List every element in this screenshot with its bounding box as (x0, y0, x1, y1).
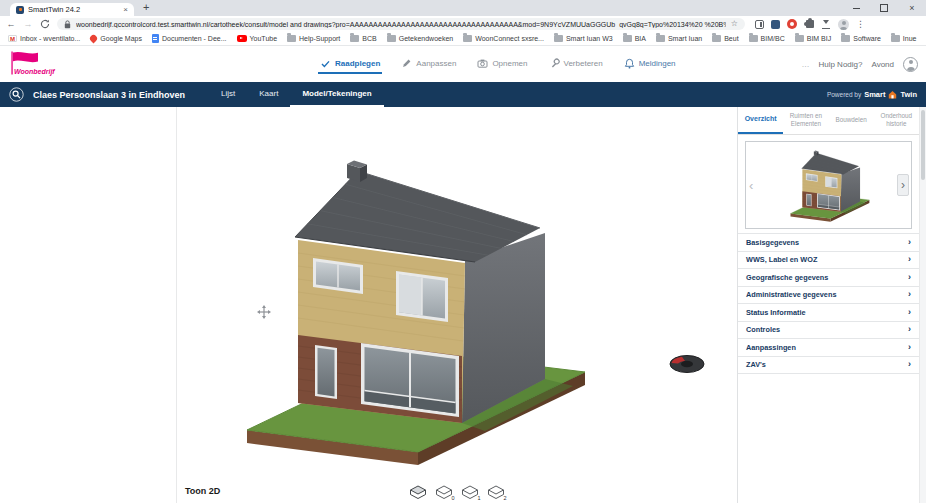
help-menu-icon: … (801, 60, 809, 69)
user-avatar[interactable] (903, 57, 918, 72)
carousel-prev-icon[interactable]: ‹ (749, 179, 753, 192)
action-label: Verbeteren (564, 59, 603, 68)
action-raadplegen[interactable]: Raadplegen (318, 54, 382, 74)
section-label: Controles (746, 325, 780, 334)
page-scrollbar[interactable] (919, 107, 926, 503)
floor-1-icon[interactable]: 1 (462, 485, 479, 500)
reload-icon[interactable] (40, 19, 50, 29)
floor-0-icon[interactable]: 0 (436, 485, 453, 500)
action-aanpassen[interactable]: Aanpassen (399, 54, 458, 74)
tab-onderhoud-historie[interactable]: Onderhoud historie (874, 107, 919, 134)
folder-icon (554, 35, 563, 42)
object-navbar: Claes Persoonslaan 3 in Eindhoven Lijst … (0, 82, 926, 107)
view-3d-icon[interactable] (410, 485, 427, 500)
tab-kaart[interactable]: Kaart (247, 82, 290, 107)
tab-overzicht[interactable]: Overzicht (738, 107, 783, 134)
scrollbar-thumb[interactable] (921, 110, 925, 180)
section-basisgegevens[interactable]: Basisgegevens › (738, 234, 919, 252)
user-name: Avond (871, 60, 894, 69)
action-meldingen[interactable]: Meldingen (622, 54, 678, 74)
model-3d-canvas[interactable] (177, 107, 737, 503)
bookmark-label: Smart Iuan (668, 35, 702, 42)
bookmark-label: Inue (903, 35, 917, 42)
back-icon[interactable]: ← (6, 20, 16, 29)
photo-carousel: ‹ › (745, 141, 912, 229)
object-title: Claes Persoonslaan 3 in Eindhoven (33, 90, 185, 100)
floor-2-icon[interactable]: 2 (488, 485, 505, 500)
extension-generic-icon[interactable] (771, 20, 780, 29)
bookmark-star-icon[interactable]: ☆ (731, 20, 738, 28)
adblock-extension-icon[interactable] (787, 19, 797, 29)
section-zavs[interactable]: ZAV's › (738, 357, 919, 375)
camera-icon (477, 58, 488, 69)
sidebar-tabs: Overzicht Ruimten en Elementen Bouwdelen… (738, 107, 919, 135)
smarttwin-house-icon (888, 90, 897, 99)
bookmark-item[interactable]: YouTube (237, 35, 278, 42)
tab-close-icon[interactable]: × (123, 6, 128, 14)
compass-widget[interactable] (670, 356, 704, 373)
bookmark-item[interactable]: Inbox - wventilato... (8, 35, 80, 42)
bookmark-item[interactable]: Documenten - Dee... (152, 34, 227, 43)
tab-lijst[interactable]: Lijst (209, 82, 247, 107)
tab-model-tekeningen[interactable]: Model/Tekeningen (290, 82, 383, 107)
window-minimize-button[interactable] (842, 0, 870, 16)
site-favicon-icon (16, 6, 24, 14)
section-geografische-gegevens[interactable]: Geografische gegevens › (738, 269, 919, 287)
bookmark-item[interactable]: BIA (623, 35, 646, 42)
url-omnibox[interactable]: woonbedrijf.qccontrolcord.test.smarttwin… (57, 18, 745, 30)
folder-icon (287, 35, 296, 42)
url-text[interactable]: woonbedrijf.qccontrolcord.test.smarttwin… (76, 21, 726, 28)
tab-ruimten-en-elementen[interactable]: Ruimten en Elementen (783, 107, 828, 134)
folder-icon (387, 35, 396, 42)
bookmark-item[interactable]: Smart Iuan (656, 35, 702, 42)
side-panel-icon[interactable] (755, 20, 764, 29)
bookmark-item[interactable]: WoonConnect sxsre... (463, 35, 544, 42)
section-label: Basisgegevens (746, 238, 799, 247)
section-controles[interactable]: Controles › (738, 322, 919, 340)
chevron-right-icon: › (908, 255, 911, 264)
action-label: Meldingen (639, 59, 676, 68)
bookmark-item[interactable]: BCB (350, 35, 376, 42)
section-label: Administratieve gegevens (746, 290, 836, 299)
bookmark-item[interactable]: Inue (891, 35, 917, 42)
browser-tab[interactable]: SmartTwin 24.2 × (10, 3, 134, 16)
window-close-button[interactable]: × (898, 0, 926, 16)
bookmark-item[interactable]: Help-Support (287, 35, 340, 42)
search-icon[interactable] (9, 87, 24, 102)
action-verbeteren[interactable]: Verbeteren (547, 54, 605, 74)
section-aanpassingen[interactable]: Aanpassingen › (738, 339, 919, 357)
section-wws-label-woz[interactable]: WWS, Label en WOZ › (738, 252, 919, 270)
bookmark-item[interactable]: Getekendwoeken (387, 35, 453, 42)
tab-bouwdelen[interactable]: Bouwdelen (829, 107, 874, 134)
help-link[interactable]: Hulp Nodig? (818, 60, 862, 69)
chevron-right-icon: › (908, 238, 911, 247)
extensions-puzzle-icon[interactable] (806, 20, 814, 28)
bookmark-label: WoonConnect sxsre... (475, 35, 544, 42)
downloads-icon[interactable] (821, 19, 831, 29)
bookmark-item[interactable]: Google Maps (90, 35, 142, 42)
bookmark-label: BIM BIJ (807, 35, 832, 42)
bookmark-item[interactable]: BIM/BC (749, 35, 785, 42)
show-2d-button[interactable]: Toon 2D (185, 486, 220, 496)
pencil-icon (401, 58, 412, 69)
bookmark-item[interactable]: Smart Iuan W3 (554, 35, 613, 42)
woonbedrijf-logo[interactable]: Woonbedrijf (10, 50, 70, 81)
carousel-next-icon[interactable]: › (897, 174, 909, 196)
bookmark-item[interactable]: Beut (712, 35, 738, 42)
youtube-icon (237, 35, 247, 42)
bookmark-item[interactable]: Software (841, 35, 881, 42)
section-status-informatie[interactable]: Status Informatie › (738, 304, 919, 322)
details-sidebar: Overzicht Ruimten en Elementen Bouwdelen… (737, 107, 919, 503)
section-label: Aanpassingen (746, 343, 796, 352)
window-maximize-button[interactable] (870, 0, 898, 16)
folder-icon (841, 35, 850, 42)
bookmark-label: Google Maps (100, 35, 142, 42)
action-opnemen[interactable]: Opnemen (475, 54, 529, 74)
bookmark-item[interactable]: BIM BIJ (795, 35, 832, 42)
forward-icon[interactable]: → (23, 20, 33, 29)
new-tab-button[interactable]: + (143, 1, 149, 13)
browser-profile-avatar[interactable] (838, 19, 849, 30)
section-administratieve-gegevens[interactable]: Administratieve gegevens › (738, 287, 919, 305)
brand-twin: Twin (900, 90, 917, 99)
browser-menu-icon[interactable]: ⋮ (856, 20, 865, 29)
